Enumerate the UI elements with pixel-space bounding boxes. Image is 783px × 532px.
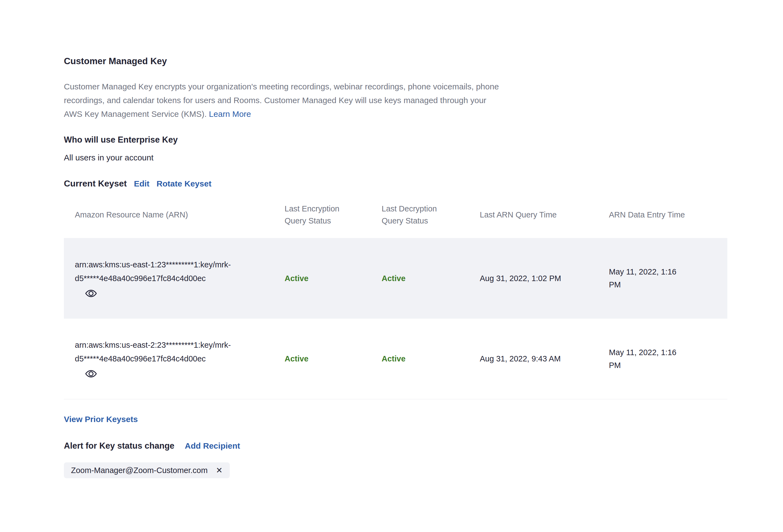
alert-row: Alert for Key status change Add Recipien… [64,441,728,451]
enterprise-key-value: All users in your account [64,153,728,163]
reveal-arn-button[interactable] [85,289,97,298]
description-text: Customer Managed Key encrypts your organ… [64,82,499,119]
table-header: Amazon Resource Name (ARN) Last Encrypti… [64,191,727,238]
last-arn-query-time: Aug 31, 2022, 1:02 PM [480,272,609,285]
rotate-keyset-link[interactable]: Rotate Keyset [157,179,211,188]
encryption-status: Active [285,354,382,363]
learn-more-link[interactable]: Learn More [209,109,251,119]
decryption-status: Active [382,354,480,363]
alert-heading: Alert for Key status change [64,441,175,451]
arn-cell: arn:aws:kms:us-east-2:23*********1:key/m… [75,335,285,382]
current-keyset-row: Current Keyset Edit Rotate Keyset [64,179,728,189]
edit-keyset-link[interactable]: Edit [134,179,149,188]
enterprise-key-heading: Who will use Enterprise Key [64,135,728,145]
decryption-status: Active [382,274,480,283]
close-icon: ✕ [216,466,222,475]
page-title: Customer Managed Key [64,56,728,67]
arn-data-entry-time: May 11, 2022, 1:16 PM [609,346,681,372]
reveal-arn-button[interactable] [85,370,97,378]
encryption-status: Active [285,274,382,283]
table-row: arn:aws:kms:us-east-1:23*********1:key/m… [64,238,727,319]
arn-cell: arn:aws:kms:us-east-1:23*********1:key/m… [75,255,285,302]
column-header-arn: Amazon Resource Name (ARN) [75,209,285,221]
column-header-encryption-status: Last Encryption Query Status [285,202,349,227]
last-arn-query-time: Aug 31, 2022, 9:43 AM [480,352,609,365]
table-row: arn:aws:kms:us-east-2:23*********1:key/m… [64,319,727,399]
eye-icon [85,289,97,298]
column-header-last-arn-query-time: Last ARN Query Time [480,209,609,221]
remove-recipient-button[interactable]: ✕ [216,466,222,474]
arn-value: arn:aws:kms:us-east-2:23*********1:key/m… [75,338,239,366]
arn-data-entry-time: May 11, 2022, 1:16 PM [609,265,681,291]
recipient-email: Zoom-Manager@Zoom-Customer.com [71,466,208,475]
view-prior-keysets-link[interactable]: View Prior Keysets [64,415,138,424]
current-keyset-heading: Current Keyset [64,179,127,189]
customer-managed-key-section: Customer Managed Key Customer Managed Ke… [0,0,728,478]
add-recipient-link[interactable]: Add Recipient [185,441,240,450]
column-header-decryption-status: Last Decryption Query Status [382,202,446,227]
description: Customer Managed Key encrypts your organ… [64,80,505,121]
arn-value: arn:aws:kms:us-east-1:23*********1:key/m… [75,258,239,285]
eye-icon [85,370,97,378]
recipient-chip: Zoom-Manager@Zoom-Customer.com ✕ [64,462,230,478]
column-header-arn-data-entry-time: ARN Data Entry Time [609,209,727,221]
keyset-table: Amazon Resource Name (ARN) Last Encrypti… [64,191,727,399]
